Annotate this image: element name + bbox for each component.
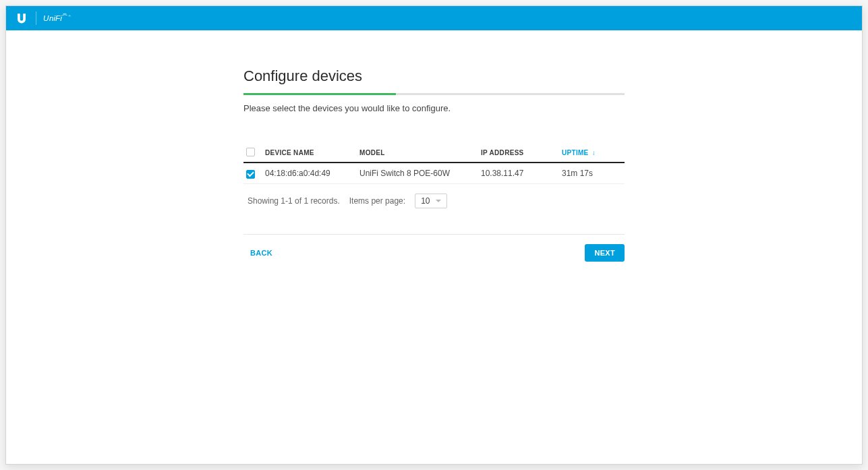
table-header-model[interactable]: MODEL bbox=[359, 144, 481, 163]
devices-table: DEVICE NAME MODEL IP ADDRESS UPTIME ↓ bbox=[243, 144, 625, 184]
action-bar: BACK NEXT bbox=[243, 234, 625, 262]
table-header-row: DEVICE NAME MODEL IP ADDRESS UPTIME ↓ bbox=[243, 144, 625, 163]
instruction-text: Please select the devices you would like… bbox=[243, 103, 625, 113]
next-button[interactable]: NEXT bbox=[585, 244, 625, 262]
table-header-checkbox[interactable] bbox=[243, 144, 265, 163]
svg-text:U: U bbox=[43, 13, 49, 22]
ubiquiti-logo-icon bbox=[14, 11, 29, 26]
back-button[interactable]: BACK bbox=[243, 245, 279, 261]
table-footer: Showing 1-1 of 1 records. Items per page… bbox=[243, 184, 625, 208]
unifi-brand-logo: U niFi ® bbox=[43, 11, 80, 25]
items-per-page-select[interactable]: 10 bbox=[415, 194, 446, 208]
items-per-page-value: 10 bbox=[421, 196, 430, 206]
progress-bar-fill bbox=[243, 93, 396, 95]
table-header-uptime-label: UPTIME bbox=[562, 149, 589, 156]
page-title: Configure devices bbox=[243, 67, 625, 85]
table-header-device-name[interactable]: DEVICE NAME bbox=[265, 144, 359, 163]
progress-bar bbox=[243, 93, 625, 95]
app-window: U niFi ® Configure devices Please select… bbox=[5, 5, 863, 465]
row-checkbox[interactable] bbox=[246, 170, 255, 179]
content-area: Configure devices Please select the devi… bbox=[6, 30, 862, 262]
sort-down-icon: ↓ bbox=[592, 149, 596, 156]
select-all-checkbox[interactable] bbox=[246, 148, 255, 156]
row-ip-address: 10.38.11.47 bbox=[481, 163, 562, 183]
configure-panel: Configure devices Please select the devi… bbox=[243, 67, 625, 262]
header-divider bbox=[36, 11, 36, 25]
items-per-page-label: Items per page: bbox=[349, 196, 405, 206]
row-uptime: 31m 17s bbox=[562, 163, 625, 183]
svg-text:niFi: niFi bbox=[49, 13, 62, 22]
table-header-ip-address[interactable]: IP ADDRESS bbox=[481, 144, 562, 163]
table-row[interactable]: 04:18:d6:a0:4d:49 UniFi Switch 8 POE-60W… bbox=[243, 163, 625, 183]
row-model: UniFi Switch 8 POE-60W bbox=[359, 163, 481, 183]
row-checkbox-cell[interactable] bbox=[243, 163, 265, 183]
table-header-uptime[interactable]: UPTIME ↓ bbox=[562, 144, 625, 163]
row-device-name: 04:18:d6:a0:4d:49 bbox=[265, 163, 359, 183]
chevron-down-icon bbox=[436, 200, 441, 202]
records-summary: Showing 1-1 of 1 records. bbox=[248, 196, 340, 206]
svg-text:®: ® bbox=[69, 14, 71, 18]
app-header: U niFi ® bbox=[6, 6, 862, 30]
